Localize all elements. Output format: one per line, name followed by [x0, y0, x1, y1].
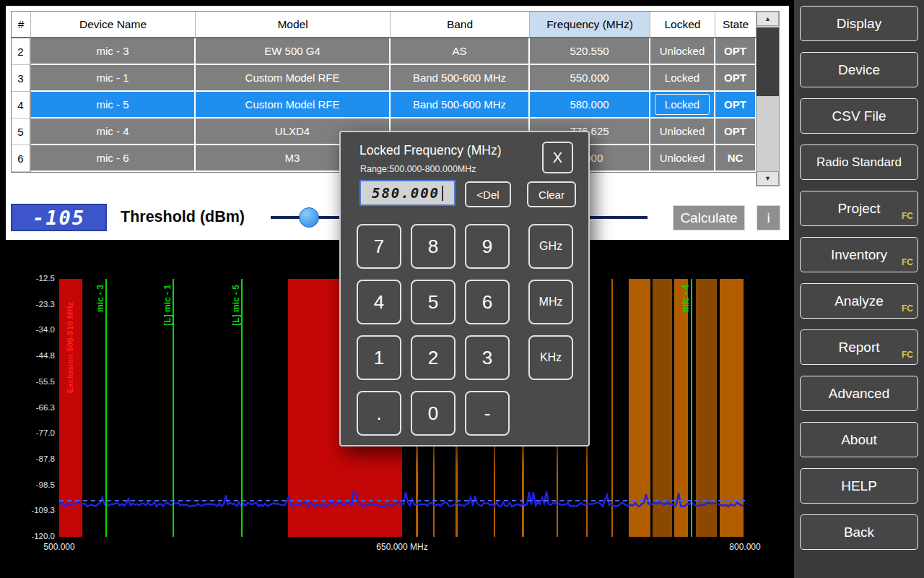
state-cell: OPT — [715, 118, 757, 145]
band-cell: Band 500-600 MHz — [391, 92, 530, 118]
exclusion-label: Exclusion 500-510 MHz — [66, 301, 74, 393]
sidebar-button-about[interactable]: About — [800, 422, 918, 457]
y-axis-label: -98.5 — [13, 480, 55, 489]
locked-label: Unlocked — [650, 40, 715, 61]
header-model[interactable]: Model — [196, 12, 391, 38]
key-khz[interactable]: KHz — [528, 335, 573, 380]
fc-badge: FC — [902, 211, 913, 221]
occupied-band — [720, 279, 744, 537]
threshold-value: -105 — [32, 207, 85, 229]
sidebar-button-label: Radio Standard — [816, 155, 902, 170]
row-number-cell: 3 — [12, 65, 31, 92]
key-1[interactable]: 1 — [357, 335, 401, 380]
dialog-title: Locked Frequency (MHz) — [359, 143, 501, 158]
sidebar: Display Device CSV File Radio Standard P… — [794, 0, 924, 578]
locked-label: Locked — [655, 94, 710, 115]
key-8[interactable]: 8 — [411, 224, 456, 269]
threshold-slider-handle[interactable] — [299, 207, 319, 228]
key-9[interactable]: 9 — [465, 224, 510, 269]
scroll-up-icon[interactable]: ▲ — [757, 12, 779, 26]
occupied-band — [696, 279, 718, 537]
key-5[interactable]: 5 — [411, 280, 456, 324]
occupied-band — [674, 279, 688, 537]
locked-frequency-dialog: Locked Frequency (MHz) X Range:500.000-8… — [339, 131, 590, 447]
mic-marker-label: mic - 4 — [681, 285, 691, 312]
locked-cell[interactable]: Locked — [650, 92, 715, 118]
y-axis-label: -44.8 — [13, 351, 55, 360]
frequency-cell: 550.000 — [530, 65, 650, 92]
table-scrollbar[interactable]: ▲ ▼ — [756, 11, 780, 186]
row-number-cell: 6 — [12, 145, 31, 172]
info-button[interactable]: i — [757, 205, 780, 230]
sidebar-button-radio-standard[interactable]: Radio Standard — [800, 144, 918, 180]
sidebar-button-label: About — [841, 432, 877, 448]
sidebar-button-label: Back — [844, 525, 874, 540]
sidebar-button-display[interactable]: Display — [800, 6, 918, 41]
y-axis-label: -66.3 — [13, 403, 55, 412]
sidebar-button-label: HELP — [841, 478, 877, 494]
header-band[interactable]: Band — [391, 12, 530, 38]
row-number-cell: 5 — [12, 118, 31, 145]
mic-marker-label: mic - 3 — [95, 285, 105, 312]
frequency-cell: 520.550 — [530, 38, 650, 65]
key-minus[interactable]: - — [465, 391, 510, 436]
header-locked[interactable]: Locked — [650, 12, 715, 38]
key-2[interactable]: 2 — [411, 335, 456, 380]
sidebar-button-inventory[interactable]: InventoryFC — [800, 237, 918, 272]
device-name-cell: mic - 5 — [31, 92, 196, 118]
sidebar-button-report[interactable]: ReportFC — [800, 329, 918, 365]
band-cell: Band 500-600 MHz — [391, 65, 530, 92]
model-cell: Custom Model RFE — [196, 92, 391, 118]
key-0[interactable]: 0 — [411, 391, 456, 436]
key-4[interactable]: 4 — [357, 280, 401, 324]
key-decimal[interactable]: . — [357, 391, 401, 436]
header-number[interactable]: # — [12, 12, 31, 38]
app-window: # Device Name Model Band Frequency (MHz)… — [0, 0, 924, 578]
close-button[interactable]: X — [542, 142, 573, 173]
mic-marker-label: [L] mic - 1 — [162, 285, 173, 326]
header-state[interactable]: State — [715, 12, 757, 38]
table-row[interactable]: 3 mic - 1 Custom Model RFE Band 500-600 … — [12, 65, 755, 92]
sidebar-button-advanced[interactable]: Advanced — [800, 376, 918, 411]
device-name-cell: mic - 6 — [31, 145, 196, 172]
delete-button[interactable]: <Del — [465, 181, 511, 207]
frequency-cell: 580.000 — [530, 92, 650, 118]
calculate-button[interactable]: Calculate — [673, 205, 745, 230]
sidebar-button-analyze[interactable]: AnalyzeFC — [800, 283, 918, 319]
locked-label: Unlocked — [650, 147, 715, 168]
row-number-cell: 2 — [12, 38, 31, 65]
header-frequency[interactable]: Frequency (MHz) — [530, 12, 650, 38]
scroll-down-icon[interactable]: ▼ — [757, 171, 779, 186]
scrollbar-thumb[interactable] — [757, 27, 779, 96]
locked-label: Locked — [655, 67, 710, 88]
sidebar-button-device[interactable]: Device — [800, 52, 918, 87]
frequency-input[interactable]: 580.000 — [359, 180, 456, 206]
state-cell: NC — [715, 145, 757, 172]
header-device-name[interactable]: Device Name — [31, 12, 196, 38]
y-axis-label: -12.5 — [13, 274, 55, 282]
y-axis-label: -77.0 — [13, 428, 55, 437]
locked-cell[interactable]: Unlocked — [650, 38, 715, 65]
sidebar-button-label: CSV File — [832, 108, 886, 124]
locked-cell[interactable]: Locked — [650, 65, 715, 92]
sidebar-button-label: Advanced — [829, 386, 890, 402]
locked-cell[interactable]: Unlocked — [650, 145, 715, 172]
sidebar-button-back[interactable]: Back — [800, 514, 918, 550]
x-axis-label: 650.000 MHz — [352, 542, 453, 552]
state-cell: OPT — [715, 65, 757, 92]
table-row[interactable]: 2 mic - 3 EW 500 G4 AS 520.550 Unlocked … — [12, 38, 755, 65]
device-name-cell: mic - 1 — [31, 65, 196, 92]
table-header-row: # Device Name Model Band Frequency (MHz)… — [12, 12, 755, 38]
key-6[interactable]: 6 — [465, 280, 510, 324]
model-cell: EW 500 G4 — [196, 38, 391, 65]
locked-cell[interactable]: Unlocked — [650, 118, 715, 145]
sidebar-button-help[interactable]: HELP — [800, 468, 918, 504]
key-ghz[interactable]: GHz — [528, 224, 573, 269]
sidebar-button-csv-file[interactable]: CSV File — [800, 98, 918, 134]
table-row-selected[interactable]: 4 mic - 5 Custom Model RFE Band 500-600 … — [12, 92, 755, 118]
clear-button[interactable]: Clear — [527, 181, 576, 207]
sidebar-button-project[interactable]: ProjectFC — [800, 191, 918, 226]
key-7[interactable]: 7 — [357, 224, 401, 269]
key-mhz[interactable]: MHz — [528, 280, 573, 324]
key-3[interactable]: 3 — [465, 335, 510, 380]
